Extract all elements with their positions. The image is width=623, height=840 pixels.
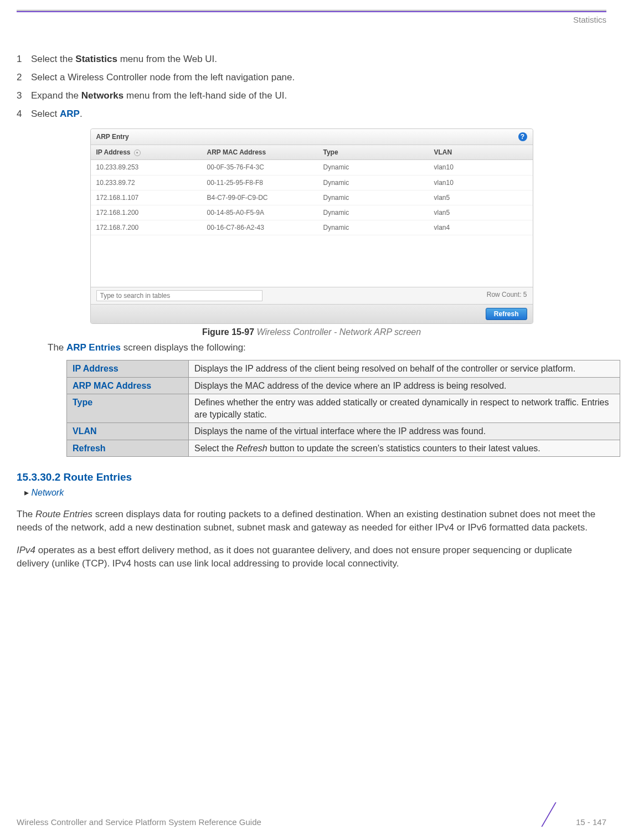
table-row[interactable]: 172.168.1.200 00-14-85-A0-F5-9A Dynamic … [91,205,533,220]
col-ip[interactable]: IP Address• [91,145,202,159]
section-heading: 15.3.30.2 Route Entries [17,470,606,485]
cell-ip: 172.168.1.200 [91,205,202,220]
cell-ip: 172.168.7.200 [91,220,202,235]
desc-term: VLAN [67,423,189,440]
step-num: 2 [17,71,31,84]
cell-mac: 00-16-C7-86-A2-43 [202,220,318,235]
cell-ip: 172.168.1.107 [91,190,202,205]
desc-row: VLAN Displays the name of the virtual in… [67,423,620,440]
breadcrumb[interactable]: Network [24,487,606,499]
section-number: 15.3.30.2 [17,471,60,483]
step-text: menu from the left-hand side of the UI. [123,90,287,101]
description-table: IP Address Displays the IP address of th… [66,360,620,457]
desc-def-post: button to update the screen's statistics… [267,444,540,453]
step-text: Select [31,109,60,119]
table-row[interactable]: 172.168.7.200 00-16-C7-86-A2-43 Dynamic … [91,220,533,235]
para-text: The [17,509,35,519]
paragraph-2: IPv4 operates as a best effort delivery … [17,544,606,570]
section-title: Route Entries [64,471,132,483]
desc-term: Type [67,394,189,423]
page-header: Statistics [17,14,606,25]
step-4: 4 Select ARP. [17,108,606,121]
table-row[interactable]: 172.168.1.107 B4-C7-99-0F-C9-DC Dynamic … [91,190,533,205]
table-body: 10.233.89.253 00-0F-35-76-F4-3C Dynamic … [91,160,533,287]
desc-def: Select the Refresh button to update the … [189,440,620,457]
step-text: Expand the [31,90,81,101]
para-em: Route Entries [35,509,92,519]
desc-row: Refresh Select the Refresh button to upd… [67,440,620,457]
desc-def: Displays the MAC address of the device w… [189,377,620,394]
desc-row: Type Defines whether the entry was added… [67,394,620,423]
page-footer: Wireless Controller and Service Platform… [17,806,606,828]
col-vlan[interactable]: VLAN [429,145,533,159]
step-text: Select the [31,54,75,64]
col-mac[interactable]: ARP MAC Address [202,145,318,159]
desc-term: Refresh [67,440,189,457]
desc-row: ARP MAC Address Displays the MAC address… [67,377,620,394]
row-count: Row Count: 5 [487,290,527,301]
row-count-label: Row Count: [487,291,522,298]
step-num: 1 [17,53,31,66]
cell-vlan: vlan10 [429,160,533,174]
step-text: menu from the Web UI. [117,54,217,64]
row-count-value: 5 [523,291,527,298]
step-1: 1 Select the Statistics menu from the We… [17,53,606,66]
panel-title: ARP Entry [96,132,129,141]
cell-mac: 00-11-25-95-F8-F8 [202,176,318,190]
desc-def: Defines whether the entry was added stat… [189,394,620,423]
step-bold: ARP [60,109,80,119]
cell-type: Dynamic [318,220,429,235]
step-text: Select a Wireless Controller node from t… [31,72,295,83]
step-2: 2 Select a Wireless Controller node from… [17,71,606,84]
cell-mac: B4-C7-99-0F-C9-DC [202,190,318,205]
cell-ip: 10.233.89.72 [91,176,202,190]
footer-page-number: 15 - 147 [576,817,606,828]
desc-def: Displays the name of the virtual interfa… [189,423,620,440]
step-3: 3 Expand the Networks menu from the left… [17,90,606,102]
cell-type: Dynamic [318,190,429,205]
step-num: 3 [17,90,31,102]
col-ip-label: IP Address [96,148,131,156]
step-bold: Networks [81,90,124,101]
cell-mac: 00-0F-35-76-F4-3C [202,160,318,174]
cell-type: Dynamic [318,160,429,174]
table-search-input[interactable] [96,290,262,301]
sort-icon[interactable]: • [134,150,141,156]
footer-slash-icon [543,806,570,828]
footer-guide-title: Wireless Controller and Service Platform… [17,817,261,828]
desc-def: Displays the IP address of the client be… [189,360,620,377]
para-em: IPv4 [17,545,35,555]
desc-def-em: Refresh [236,444,267,453]
intro-pre: The [48,342,66,353]
table-header: IP Address• ARP MAC Address Type VLAN [91,145,533,160]
col-type[interactable]: Type [318,145,429,159]
cell-ip: 10.233.89.253 [91,160,202,174]
step-text: . [80,109,83,119]
step-bold: Statistics [75,54,117,64]
table-row[interactable]: 10.233.89.253 00-0F-35-76-F4-3C Dynamic … [91,160,533,175]
intro-bold: ARP Entries [66,342,121,353]
panel-title-bar: ARP Entry ? [91,129,533,145]
table-footer: Row Count: 5 [91,287,533,305]
cell-vlan: vlan10 [429,176,533,190]
top-rule [17,10,606,12]
refresh-button[interactable]: Refresh [486,308,527,320]
cell-vlan: vlan5 [429,190,533,205]
figure-label: Figure 15-97 [202,327,254,337]
intro-post: screen displays the following: [121,342,246,353]
panel-action-bar: Refresh [91,305,533,323]
cell-vlan: vlan4 [429,220,533,235]
desc-term: IP Address [67,360,189,377]
cell-mac: 00-14-85-A0-F5-9A [202,205,318,220]
paragraph-1: The Route Entries screen displays data f… [17,508,606,534]
cell-type: Dynamic [318,176,429,190]
desc-term: ARP MAC Address [67,377,189,394]
help-icon[interactable]: ? [518,132,527,141]
para-text: operates as a best effort delivery metho… [17,545,572,569]
desc-row: IP Address Displays the IP address of th… [67,360,620,377]
steps-list: 1 Select the Statistics menu from the We… [17,53,606,121]
desc-def-pre: Select the [194,444,236,453]
step-num: 4 [17,108,31,121]
table-row[interactable]: 10.233.89.72 00-11-25-95-F8-F8 Dynamic v… [91,176,533,190]
arp-entry-screenshot: ARP Entry ? IP Address• ARP MAC Address … [90,128,533,324]
